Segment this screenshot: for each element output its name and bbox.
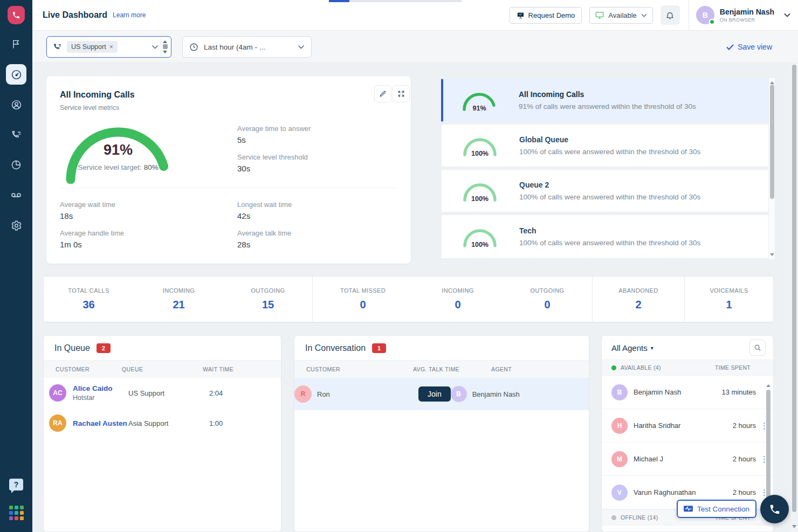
sidebar-item-settings[interactable] [6,215,26,236]
help-button[interactable]: ? [9,479,23,490]
sidebar: ? [0,0,32,532]
queue-gauge-text: Queue 2 100% of calls were answered with… [519,181,700,201]
connection-health-icon [684,506,693,513]
agent-row[interactable]: M Michael J 2 hours ⋮ [602,443,773,476]
stat-total-missed: TOTAL MISSED 0 [313,277,413,322]
expand-widget-button[interactable] [393,85,410,102]
queue-filter-tag: US Support × [67,41,118,53]
sidebar-item-overview[interactable] [6,34,26,54]
agent-search-button[interactable] [749,340,766,356]
scroll-down-arrow[interactable] [792,525,796,530]
sidebar-item-call-logs[interactable] [6,125,26,145]
scrollbar-thumb[interactable] [770,85,774,199]
queue-name: Queue 2 [519,181,700,189]
metric-label: Average talk time [237,229,291,237]
queue-cell: US Support [128,389,209,397]
queue-gauge-item[interactable]: 100% Queue 2 100% of calls were answered… [441,169,770,212]
request-demo-button[interactable]: Request Demo [510,7,582,24]
pencil-icon [379,90,387,98]
column-customer: CUSTOMER [44,366,122,372]
sidebar-item-voicemail[interactable] [6,185,26,205]
mini-gauge: 91% [460,89,498,111]
time-range-dropdown[interactable]: Last hour (4am - ... [182,36,312,58]
metric-label: Longest wait time [237,201,292,209]
sidebar-item-reports[interactable] [6,155,26,175]
column-avg-talk-time: AVG. TALK TIME [413,366,491,372]
agents-filter-dropdown[interactable]: All Agents ▾ [611,343,653,353]
queue-filter-dropdown[interactable]: US Support × [46,36,171,58]
save-view-link[interactable]: Save view [726,43,772,51]
app-switcher-button[interactable] [9,506,24,520]
mini-gauge: 100% [461,135,499,156]
scrollbar-thumb[interactable] [766,390,771,511]
chevron-down-icon [641,13,647,17]
in-queue-column-headers: CUSTOMER QUEUE WAIT TIME [44,361,281,378]
clock-icon [189,43,198,52]
remove-tag-icon[interactable]: × [109,43,113,51]
profile-menu[interactable]: B Benjamin Nash ON BROWSER [689,6,798,24]
edit-widget-button[interactable] [374,85,391,102]
sidebar-item-dashboard[interactable] [6,64,26,85]
mini-gauge-percent: 100% [461,195,499,203]
agent-row[interactable]: H Haritha Sridhar 2 hours ⋮ [602,409,773,443]
customer-cell: Alice Caido Hotstar [73,384,128,402]
help-icon: ? [14,480,19,489]
profile-meta: Benjamin Nash ON BROWSER [720,8,774,23]
stat-label: INCOMING [442,287,473,294]
availability-dropdown[interactable]: Available [589,7,653,24]
service-card-subtitle: Service level metrics [60,104,119,112]
notifications-button[interactable] [661,5,680,25]
service-level-card: All Incoming Calls Service level metrics… [46,75,411,264]
queue-gauge-item[interactable]: 100% Tech 100% of calls were answered wi… [441,215,770,259]
bell-icon [665,11,675,20]
phone-logo-icon [12,11,20,19]
mini-gauge: 100% [461,180,499,202]
queue-cell: Asia Support [128,419,209,427]
metric-value: 28s [237,240,291,249]
scroll-up-arrow[interactable] [770,79,774,84]
agent-row[interactable]: B Benjamin Nash 13 minutes [602,376,773,409]
scroll-down-arrow[interactable] [770,253,774,258]
join-call-button[interactable]: Join [418,386,451,402]
queue-panel-scrollbar[interactable] [768,77,775,260]
gear-icon [11,220,22,231]
offline-status-dot [611,515,616,520]
queue-gauge-text: Tech 100% of calls were answered within … [519,226,700,247]
in-conversation-count-badge: 1 [372,343,386,353]
metric-longest-wait-time: Longest wait time 42s [237,201,292,220]
customer-name-link[interactable]: Alice Caido [73,384,128,392]
queue-gauge-item[interactable]: 91% All Incoming Calls 91% of calls were… [441,79,770,122]
queue-filter-spinner[interactable] [161,37,169,57]
avatar-initial: B [703,11,708,19]
scrollbar-thumb[interactable] [792,65,796,512]
wait-time-cell: 2:04 [209,389,223,397]
scroll-up-arrow[interactable] [766,382,771,387]
page-scrollbar[interactable] [791,62,797,532]
available-status-dot [611,365,616,370]
sidebar-item-contacts[interactable] [6,94,26,115]
service-card-title: All Incoming Calls [60,90,135,100]
stat-incoming: INCOMING 21 [134,277,224,322]
column-customer: CUSTOMER [294,366,413,372]
queue-gauge-text: Global Queue 100% of calls were answered… [519,135,700,156]
queue-filter-tag-label: US Support [71,43,106,51]
fullscreen-icon [397,90,405,98]
presence-dot [709,19,715,25]
card-divider [60,188,397,188]
conversation-row[interactable]: R Ron Join B Benjamin Nash [294,378,589,410]
mini-gauge: 100% [461,226,499,247]
avatar: B [696,6,714,24]
metric-value: 1m 0s [60,240,124,249]
metric-service-level-threshold: Service level threshold 30s [237,153,308,173]
queue-gauges-panel: 91% All Incoming Calls 91% of calls were… [441,75,774,261]
learn-more-link[interactable]: Learn more [113,11,146,19]
queue-gauge-item[interactable]: 100% Global Queue 100% of calls were ans… [441,124,770,167]
test-connection-button[interactable]: Test Connection [677,500,756,518]
in-queue-title: In Queue [54,343,90,353]
queue-row[interactable]: RA Rachael Austen Asia Support 1:00 [44,408,281,438]
phone-widget-button[interactable] [760,495,789,523]
stat-label: VOICEMAILS [710,287,748,294]
stat-outgoing: OUTGOING 15 [224,277,312,322]
customer-name-link[interactable]: Rachael Austen [73,419,128,427]
queue-row[interactable]: AC Alice Caido Hotstar US Support 2:04 [44,378,281,408]
